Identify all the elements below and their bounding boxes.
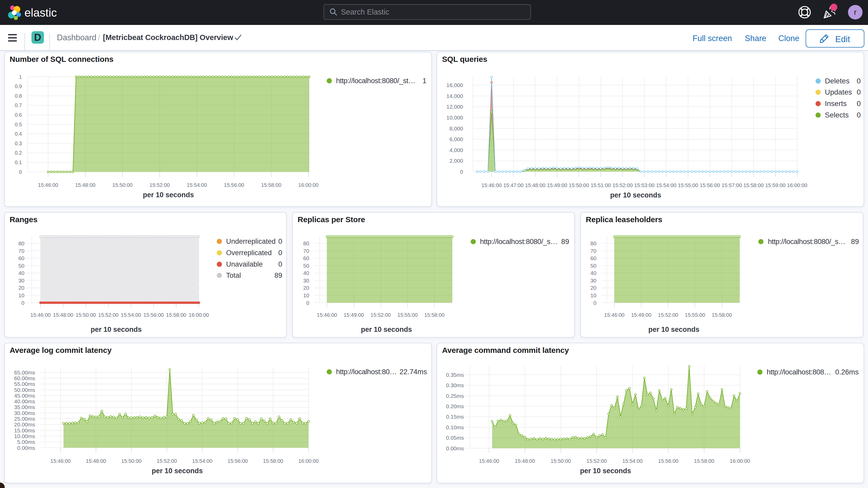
svg-text:15:55:00: 15:55:00: [678, 182, 698, 188]
svg-text:15:58:00: 15:58:00: [712, 312, 732, 318]
svg-text:8,000: 8,000: [450, 125, 463, 131]
svg-text:per 10 seconds: per 10 seconds: [361, 326, 412, 333]
svg-text:15:55:00: 15:55:00: [397, 312, 417, 318]
svg-text:70: 70: [303, 248, 309, 254]
svg-text:15:52:00: 15:52:00: [613, 182, 633, 188]
svg-text:15:49:00: 15:49:00: [631, 312, 651, 318]
svg-text:80: 80: [19, 240, 24, 246]
svg-text:15:58:00: 15:58:00: [744, 182, 764, 188]
svg-text:15:54:00: 15:54:00: [656, 182, 677, 188]
svg-text:45.00ms: 45.00ms: [14, 393, 35, 399]
svg-text:0: 0: [460, 169, 463, 175]
svg-text:20: 20: [590, 285, 596, 291]
svg-text:15:52:00: 15:52:00: [149, 182, 170, 188]
svg-text:30.00ms: 30.00ms: [14, 410, 35, 416]
svg-text:0: 0: [19, 169, 22, 175]
svg-text:0: 0: [21, 300, 24, 306]
svg-text:per 10 seconds: per 10 seconds: [152, 467, 203, 475]
svg-text:15:50:00: 15:50:00: [569, 182, 589, 188]
svg-text:0: 0: [593, 300, 596, 306]
svg-text:30: 30: [303, 277, 309, 283]
svg-text:15:47:00: 15:47:00: [503, 182, 524, 188]
svg-text:15:57:00: 15:57:00: [722, 182, 742, 188]
svg-text:80: 80: [590, 240, 596, 246]
svg-text:6,000: 6,000: [450, 136, 463, 142]
svg-text:15:48:00: 15:48:00: [515, 458, 535, 464]
svg-text:0.10ms: 0.10ms: [446, 424, 464, 430]
svg-text:10,000: 10,000: [446, 115, 463, 121]
svg-text:12,000: 12,000: [446, 104, 463, 110]
svg-text:15:50:00: 15:50:00: [121, 458, 142, 464]
svg-text:70: 70: [590, 248, 596, 254]
svg-text:2,000: 2,000: [450, 158, 463, 164]
svg-text:70: 70: [19, 248, 24, 254]
svg-text:15:58:00: 15:58:00: [694, 458, 714, 464]
svg-text:30: 30: [19, 277, 24, 283]
svg-text:15:54:00: 15:54:00: [622, 458, 643, 464]
svg-text:20: 20: [303, 285, 309, 291]
svg-text:0.35ms: 0.35ms: [446, 372, 464, 378]
svg-text:0.25ms: 0.25ms: [446, 393, 464, 399]
svg-text:0.5: 0.5: [15, 122, 22, 127]
svg-text:15:48:00: 15:48:00: [75, 182, 95, 188]
svg-text:per 10 seconds: per 10 seconds: [580, 467, 631, 475]
svg-text:15:58:00: 15:58:00: [424, 312, 445, 318]
svg-text:15:54:00: 15:54:00: [192, 458, 212, 464]
svg-text:25.00ms: 25.00ms: [14, 416, 35, 422]
svg-text:20.00ms: 20.00ms: [14, 422, 35, 427]
svg-text:15:55:00: 15:55:00: [685, 312, 705, 318]
svg-text:50: 50: [590, 263, 596, 269]
svg-text:15:56:00: 15:56:00: [228, 458, 248, 464]
svg-text:16:00:00: 16:00:00: [730, 458, 750, 464]
svg-text:15:59:00: 15:59:00: [765, 182, 786, 188]
svg-text:35.00ms: 35.00ms: [14, 404, 35, 410]
svg-text:per 10 seconds: per 10 seconds: [91, 326, 142, 333]
svg-text:10: 10: [303, 292, 309, 298]
svg-text:15:48:00: 15:48:00: [86, 458, 106, 464]
svg-text:15:46:00: 15:46:00: [38, 182, 58, 188]
svg-text:50.00ms: 50.00ms: [14, 387, 35, 393]
svg-text:0.4: 0.4: [15, 131, 22, 137]
svg-text:0.1: 0.1: [15, 159, 22, 165]
svg-text:15:54:00: 15:54:00: [121, 312, 141, 318]
svg-text:per 10 seconds: per 10 seconds: [648, 326, 700, 333]
svg-text:15:56:00: 15:56:00: [658, 458, 679, 464]
svg-text:15:56:00: 15:56:00: [700, 182, 720, 188]
svg-text:14,000: 14,000: [446, 93, 463, 99]
svg-text:10: 10: [19, 292, 24, 298]
svg-text:60: 60: [590, 255, 596, 261]
svg-text:4,000: 4,000: [450, 147, 463, 153]
svg-text:15:46:00: 15:46:00: [604, 312, 624, 318]
svg-text:0.00ms: 0.00ms: [17, 445, 35, 451]
svg-text:15:49:00: 15:49:00: [344, 312, 364, 318]
svg-text:15:46:00: 15:46:00: [51, 458, 71, 464]
svg-text:0.8: 0.8: [15, 93, 22, 99]
svg-text:0.7: 0.7: [15, 102, 22, 108]
svg-text:15:52:00: 15:52:00: [371, 312, 391, 318]
svg-text:0: 0: [306, 300, 309, 306]
svg-text:40.00ms: 40.00ms: [14, 398, 35, 404]
svg-text:16,000: 16,000: [446, 82, 463, 88]
svg-text:0.2: 0.2: [15, 150, 22, 156]
svg-text:0.9: 0.9: [15, 84, 22, 89]
svg-text:15.00ms: 15.00ms: [14, 427, 35, 433]
svg-text:15:56:00: 15:56:00: [224, 182, 244, 188]
svg-text:15:50:00: 15:50:00: [75, 312, 96, 318]
svg-text:16:00:00: 16:00:00: [298, 458, 319, 464]
svg-text:15:46:00: 15:46:00: [317, 312, 337, 318]
svg-text:60: 60: [303, 255, 309, 261]
svg-text:15:48:00: 15:48:00: [525, 182, 546, 188]
svg-text:per 10 seconds: per 10 seconds: [143, 191, 194, 199]
svg-text:65.00ms: 65.00ms: [14, 369, 35, 375]
svg-text:15:48:00: 15:48:00: [53, 312, 73, 318]
svg-text:0.6: 0.6: [15, 112, 22, 118]
svg-text:15:52:00: 15:52:00: [658, 312, 678, 318]
svg-text:20: 20: [19, 285, 24, 291]
svg-text:1: 1: [19, 74, 22, 80]
svg-text:0.3: 0.3: [15, 141, 22, 146]
svg-text:15:52:00: 15:52:00: [98, 312, 119, 318]
svg-text:15:56:00: 15:56:00: [144, 312, 164, 318]
svg-text:40: 40: [303, 270, 309, 276]
svg-text:15:50:00: 15:50:00: [112, 182, 132, 188]
svg-text:15:52:00: 15:52:00: [587, 458, 607, 464]
